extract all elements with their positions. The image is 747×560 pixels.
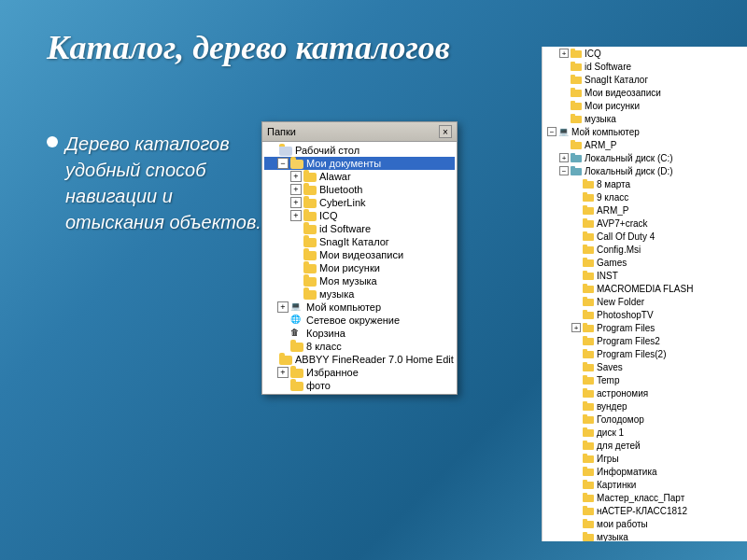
tree-item-video[interactable]: Мои видеозаписи [264, 248, 455, 261]
tree-item-trash[interactable]: 🗑 Корзина [264, 327, 455, 340]
right-tree-avp[interactable]: AVP7+crack [543, 217, 747, 230]
right-tree-photoshoptv[interactable]: PhotoshopTV [543, 308, 747, 321]
right-tree-mycomputer[interactable]: − 💻 Мой компьютер [543, 125, 747, 138]
tree-item-favorites[interactable]: + Избранное [264, 366, 455, 379]
expand-icon[interactable]: + [290, 210, 302, 221]
right-tree-igry[interactable]: Игры [543, 452, 747, 465]
right-tree-inst[interactable]: INST [543, 269, 747, 282]
folder-icon [583, 441, 594, 450]
right-tree-armp[interactable]: ARM_P [543, 138, 747, 151]
tree-item-photo[interactable]: фото [264, 379, 455, 392]
right-tree-informatika[interactable]: Информатика [543, 465, 747, 478]
right-tree-icq[interactable]: + ICQ [543, 47, 747, 60]
tree-item-bluetooth[interactable]: + Bluetooth [264, 183, 455, 196]
folder-icon [571, 101, 582, 110]
right-tree-kartinki[interactable]: Картинки [543, 478, 747, 491]
right-tree-newfolder[interactable]: New Folder [543, 295, 747, 308]
right-tree-naster[interactable]: нАСТЕР-КЛАСС1812 [543, 504, 747, 517]
folder-icon [290, 367, 303, 378]
tree-item-pictures[interactable]: Мои рисунки [264, 261, 455, 274]
right-tree-moiraboty[interactable]: мои работы [543, 517, 747, 530]
tree-item-8klass[interactable]: 8 класс [264, 340, 455, 353]
right-tree-8marta[interactable]: 8 марта [543, 177, 747, 190]
expand-icon[interactable]: + [290, 171, 302, 182]
right-tree-programfiles2b[interactable]: Program Files(2) [543, 347, 747, 360]
tree-label: Temp [597, 375, 619, 385]
expand-icon[interactable]: + [559, 49, 569, 58]
tree-label: Моя музыка [319, 275, 377, 287]
tree-item-music[interactable]: Моя музыка [264, 274, 455, 287]
computer-icon: 💻 [558, 127, 569, 136]
tree-label: PhotoshopTV [597, 310, 654, 320]
tree-label: диск 1 [597, 427, 624, 438]
tree-item-cyberlink[interactable]: + CyberLink [264, 196, 455, 209]
tree-label: ICQ [319, 210, 338, 221]
tree-label: 9 класс [597, 192, 628, 203]
right-tree-programfiles2[interactable]: Program Files2 [543, 334, 747, 347]
tree-label: New Folder [597, 297, 644, 307]
folder-icon [583, 218, 594, 228]
folder-icon [583, 179, 594, 189]
right-tree-configmsi[interactable]: Config.Msi [543, 243, 747, 256]
folder-icon [583, 467, 594, 476]
tree-item-my-computer[interactable]: + 💻 Мой компьютер [264, 301, 455, 314]
tree-item-id-software[interactable]: id Software [264, 222, 455, 235]
right-tree-diskd[interactable]: − Локальный диск (D:) [543, 164, 747, 177]
right-tree-pictures[interactable]: Мои рисунки [543, 99, 747, 112]
right-tree-cod4[interactable]: Call Of Duty 4 [543, 230, 747, 243]
right-tree-temp[interactable]: Temp [543, 373, 747, 386]
right-tree-golodomoror[interactable]: Голодомор [543, 413, 747, 426]
tree-item-alawar[interactable]: + Alawar [264, 170, 455, 183]
tree-label: Избранное [306, 367, 359, 378]
right-tree-idsoftware[interactable]: id Software [543, 60, 747, 73]
folder-icon [571, 49, 582, 58]
expand-icon[interactable]: − [277, 158, 289, 169]
right-tree-9klass[interactable]: 9 класс [543, 190, 747, 203]
tree-label: Call Of Duty 4 [597, 231, 655, 242]
tree-item-my-docs[interactable]: − Мои документы [264, 157, 455, 170]
expand-icon[interactable]: + [277, 367, 289, 378]
right-tree-armp2[interactable]: ARM_P [543, 203, 747, 217]
expand-icon[interactable]: − [559, 166, 569, 175]
right-tree-vunder[interactable]: вундер [543, 399, 747, 413]
tree-label: Мои видеозаписи [585, 88, 661, 98]
right-tree-disk1[interactable]: диск 1 [543, 426, 747, 439]
tree-item-network[interactable]: 🌐 Сетевое окружение [264, 314, 455, 327]
tree-label: Локальный диск (D:) [585, 166, 673, 176]
folder-icon [583, 427, 594, 437]
expand-icon[interactable]: + [571, 323, 581, 332]
dialog-close-button[interactable]: × [439, 125, 452, 138]
right-tree-video[interactable]: Мои видеозаписи [543, 86, 747, 99]
tree-item-abbyy[interactable]: ABBYY FineReader 7.0 Home Edit [264, 353, 455, 366]
tree-label: Мой компьютер [571, 127, 640, 137]
folder-icon [303, 249, 317, 260]
expand-icon[interactable]: + [290, 184, 302, 195]
tree-item-icq[interactable]: + ICQ [264, 209, 455, 222]
folder-icon [583, 284, 594, 293]
right-tree-diskc[interactable]: + Локальный диск (C:) [543, 151, 747, 164]
right-tree-muzika2[interactable]: музыка [543, 530, 747, 541]
right-tree-dlyaDetey[interactable]: для детей [543, 439, 747, 452]
tree-label: INST [597, 271, 618, 281]
expand-icon[interactable]: + [290, 197, 302, 208]
folder-icon [583, 336, 594, 345]
tree-item-snagit[interactable]: SnagIt Каталог [264, 235, 455, 248]
expand-icon[interactable]: + [277, 301, 289, 313]
tree-label: Program Files [597, 323, 655, 333]
right-tree-masterclass[interactable]: Мастер_класс_Парт [543, 491, 747, 504]
tree-item-desktop[interactable]: Рабочий стол [264, 144, 455, 157]
folder-icon [571, 75, 582, 84]
expand-icon[interactable]: − [547, 127, 557, 136]
right-tree-muzika[interactable]: музыка [543, 112, 747, 125]
right-tree-snagit[interactable]: SnagIt Каталог [543, 73, 747, 86]
right-tree-saves[interactable]: Saves [543, 360, 747, 373]
folder-icon [290, 341, 303, 352]
right-tree-programfiles[interactable]: + Program Files [543, 321, 747, 334]
right-tree-macromedia[interactable]: MACROMEDIA FLASH [543, 282, 747, 295]
tree-label: нАСТЕР-КЛАСС1812 [597, 506, 687, 516]
tree-item-muzika[interactable]: музыка [264, 287, 455, 301]
right-tree-astronomy[interactable]: астрономия [543, 386, 747, 399]
expand-icon[interactable]: + [559, 153, 569, 162]
right-tree-games[interactable]: Games [543, 256, 747, 269]
folder-icon [583, 245, 594, 254]
